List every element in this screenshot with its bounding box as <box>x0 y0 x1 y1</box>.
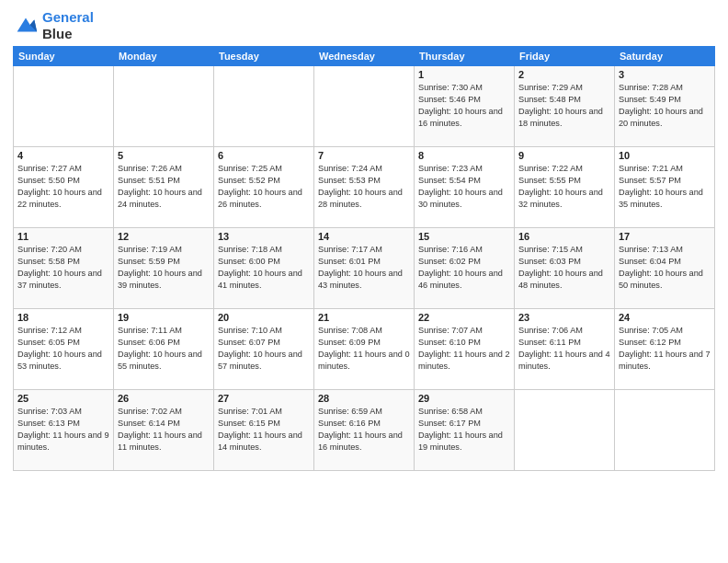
day-cell: 20Sunrise: 7:10 AMSunset: 6:07 PMDayligh… <box>214 309 314 390</box>
day-info: Sunrise: 7:12 AMSunset: 6:05 PMDaylight:… <box>17 325 109 373</box>
day-number: 1 <box>418 69 510 80</box>
logo-text: General Blue <box>42 9 94 42</box>
day-number: 10 <box>619 150 711 161</box>
day-info: Sunrise: 7:03 AMSunset: 6:13 PMDaylight:… <box>17 406 109 454</box>
day-cell: 28Sunrise: 6:59 AMSunset: 6:16 PMDayligh… <box>314 390 415 471</box>
day-number: 9 <box>518 150 610 161</box>
day-info: Sunrise: 7:17 AMSunset: 6:01 PMDaylight:… <box>318 244 410 292</box>
day-number: 3 <box>619 69 711 80</box>
day-info: Sunrise: 7:05 AMSunset: 6:12 PMDaylight:… <box>619 325 711 373</box>
day-number: 5 <box>118 150 210 161</box>
week-row-2: 11Sunrise: 7:20 AMSunset: 5:58 PMDayligh… <box>14 228 715 309</box>
week-row-3: 18Sunrise: 7:12 AMSunset: 6:05 PMDayligh… <box>14 309 715 390</box>
day-number: 4 <box>17 150 109 161</box>
day-info: Sunrise: 7:29 AMSunset: 5:48 PMDaylight:… <box>518 82 610 130</box>
col-header-tuesday: Tuesday <box>214 47 314 66</box>
day-number: 8 <box>418 150 510 161</box>
day-info: Sunrise: 7:24 AMSunset: 5:53 PMDaylight:… <box>318 163 410 211</box>
day-info: Sunrise: 7:20 AMSunset: 5:58 PMDaylight:… <box>17 244 109 292</box>
day-number: 17 <box>619 231 711 242</box>
day-cell: 27Sunrise: 7:01 AMSunset: 6:15 PMDayligh… <box>214 390 314 471</box>
week-row-4: 25Sunrise: 7:03 AMSunset: 6:13 PMDayligh… <box>14 390 715 471</box>
day-cell: 24Sunrise: 7:05 AMSunset: 6:12 PMDayligh… <box>615 309 715 390</box>
day-number: 29 <box>418 393 510 404</box>
day-number: 26 <box>118 393 210 404</box>
calendar-table: SundayMondayTuesdayWednesdayThursdayFrid… <box>13 46 715 471</box>
day-info: Sunrise: 7:15 AMSunset: 6:03 PMDaylight:… <box>518 244 610 292</box>
day-info: Sunrise: 7:25 AMSunset: 5:52 PMDaylight:… <box>218 163 310 211</box>
day-number: 13 <box>218 231 310 242</box>
day-info: Sunrise: 7:27 AMSunset: 5:50 PMDaylight:… <box>17 163 109 211</box>
col-header-friday: Friday <box>515 47 615 66</box>
day-cell: 5Sunrise: 7:26 AMSunset: 5:51 PMDaylight… <box>114 147 214 228</box>
day-cell: 6Sunrise: 7:25 AMSunset: 5:52 PMDaylight… <box>214 147 314 228</box>
day-cell: 11Sunrise: 7:20 AMSunset: 5:58 PMDayligh… <box>14 228 114 309</box>
day-number: 14 <box>318 231 410 242</box>
day-info: Sunrise: 7:11 AMSunset: 6:06 PMDaylight:… <box>118 325 210 373</box>
day-number: 18 <box>17 312 109 323</box>
day-cell <box>314 66 415 147</box>
day-info: Sunrise: 7:01 AMSunset: 6:15 PMDaylight:… <box>218 406 310 454</box>
day-info: Sunrise: 7:02 AMSunset: 6:14 PMDaylight:… <box>118 406 210 454</box>
day-cell: 1Sunrise: 7:30 AMSunset: 5:46 PMDaylight… <box>415 66 515 147</box>
day-cell: 17Sunrise: 7:13 AMSunset: 6:04 PMDayligh… <box>615 228 715 309</box>
day-cell: 4Sunrise: 7:27 AMSunset: 5:50 PMDaylight… <box>14 147 114 228</box>
day-cell: 29Sunrise: 6:58 AMSunset: 6:17 PMDayligh… <box>415 390 515 471</box>
day-cell <box>214 66 314 147</box>
day-cell: 10Sunrise: 7:21 AMSunset: 5:57 PMDayligh… <box>615 147 715 228</box>
day-info: Sunrise: 7:06 AMSunset: 6:11 PMDaylight:… <box>518 325 610 373</box>
day-cell: 16Sunrise: 7:15 AMSunset: 6:03 PMDayligh… <box>515 228 615 309</box>
day-info: Sunrise: 7:10 AMSunset: 6:07 PMDaylight:… <box>218 325 310 373</box>
day-info: Sunrise: 7:07 AMSunset: 6:10 PMDaylight:… <box>418 325 510 373</box>
col-header-thursday: Thursday <box>415 47 515 66</box>
day-cell: 2Sunrise: 7:29 AMSunset: 5:48 PMDaylight… <box>515 66 615 147</box>
day-cell <box>114 66 214 147</box>
day-info: Sunrise: 7:19 AMSunset: 5:59 PMDaylight:… <box>118 244 210 292</box>
day-cell: 7Sunrise: 7:24 AMSunset: 5:53 PMDaylight… <box>314 147 415 228</box>
logo-icon <box>13 13 39 39</box>
day-cell: 9Sunrise: 7:22 AMSunset: 5:55 PMDaylight… <box>515 147 615 228</box>
header-row: SundayMondayTuesdayWednesdayThursdayFrid… <box>14 47 715 66</box>
day-number: 11 <box>17 231 109 242</box>
day-cell <box>515 390 615 471</box>
day-cell: 13Sunrise: 7:18 AMSunset: 6:00 PMDayligh… <box>214 228 314 309</box>
day-info: Sunrise: 7:16 AMSunset: 6:02 PMDaylight:… <box>418 244 510 292</box>
col-header-saturday: Saturday <box>615 47 715 66</box>
day-info: Sunrise: 7:28 AMSunset: 5:49 PMDaylight:… <box>619 82 711 130</box>
day-number: 16 <box>518 231 610 242</box>
day-info: Sunrise: 6:58 AMSunset: 6:17 PMDaylight:… <box>418 406 510 454</box>
day-cell: 26Sunrise: 7:02 AMSunset: 6:14 PMDayligh… <box>114 390 214 471</box>
day-cell: 14Sunrise: 7:17 AMSunset: 6:01 PMDayligh… <box>314 228 415 309</box>
day-info: Sunrise: 7:13 AMSunset: 6:04 PMDaylight:… <box>619 244 711 292</box>
day-number: 20 <box>218 312 310 323</box>
day-cell: 19Sunrise: 7:11 AMSunset: 6:06 PMDayligh… <box>114 309 214 390</box>
day-number: 15 <box>418 231 510 242</box>
week-row-1: 4Sunrise: 7:27 AMSunset: 5:50 PMDaylight… <box>14 147 715 228</box>
col-header-wednesday: Wednesday <box>314 47 415 66</box>
day-number: 24 <box>619 312 711 323</box>
day-info: Sunrise: 7:18 AMSunset: 6:00 PMDaylight:… <box>218 244 310 292</box>
day-cell: 23Sunrise: 7:06 AMSunset: 6:11 PMDayligh… <box>515 309 615 390</box>
day-cell <box>615 390 715 471</box>
day-info: Sunrise: 7:08 AMSunset: 6:09 PMDaylight:… <box>318 325 410 373</box>
day-number: 19 <box>118 312 210 323</box>
logo: General Blue <box>13 9 94 42</box>
day-number: 7 <box>318 150 410 161</box>
day-number: 25 <box>17 393 109 404</box>
day-cell: 8Sunrise: 7:23 AMSunset: 5:54 PMDaylight… <box>415 147 515 228</box>
day-cell: 21Sunrise: 7:08 AMSunset: 6:09 PMDayligh… <box>314 309 415 390</box>
day-info: Sunrise: 7:30 AMSunset: 5:46 PMDaylight:… <box>418 82 510 130</box>
day-number: 27 <box>218 393 310 404</box>
day-info: Sunrise: 7:26 AMSunset: 5:51 PMDaylight:… <box>118 163 210 211</box>
day-cell <box>14 66 114 147</box>
day-number: 21 <box>318 312 410 323</box>
header: General Blue <box>13 9 715 42</box>
day-cell: 25Sunrise: 7:03 AMSunset: 6:13 PMDayligh… <box>14 390 114 471</box>
day-number: 28 <box>318 393 410 404</box>
day-number: 2 <box>518 69 610 80</box>
day-info: Sunrise: 7:22 AMSunset: 5:55 PMDaylight:… <box>518 163 610 211</box>
day-number: 12 <box>118 231 210 242</box>
day-info: Sunrise: 7:21 AMSunset: 5:57 PMDaylight:… <box>619 163 711 211</box>
page-container: General Blue SundayMondayTuesdayWednesda… <box>0 0 728 478</box>
day-cell: 15Sunrise: 7:16 AMSunset: 6:02 PMDayligh… <box>415 228 515 309</box>
